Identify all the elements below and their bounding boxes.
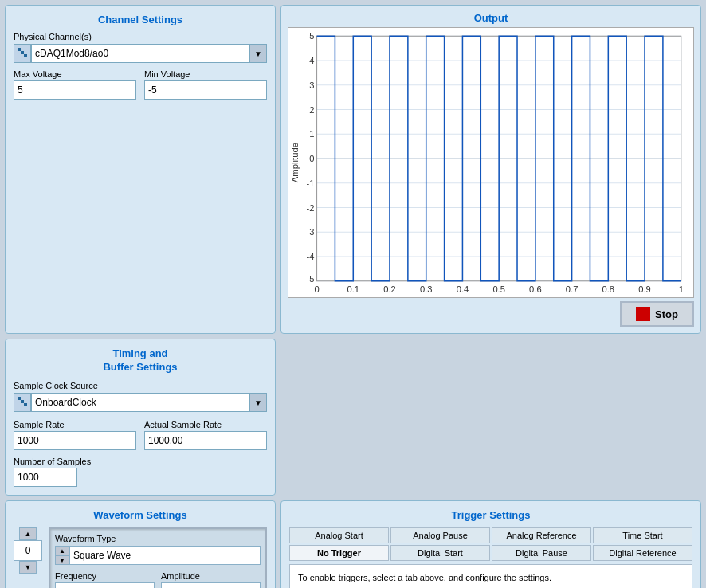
num-samples-label: Number of Samples [14, 457, 267, 466]
waveform-type-spinner: ▲ ▼ [55, 546, 69, 565]
amplitude-label: Amplitude [161, 571, 261, 581]
actual-sample-rate-label: Actual Sample Rate [144, 420, 267, 429]
tab-analog-pause[interactable]: Analog Pause [390, 527, 490, 543]
num-samples-group: Number of Samples [14, 457, 267, 487]
sample-rate-group: Sample Rate [14, 420, 136, 450]
spinner-up-btn[interactable]: ▲ [19, 527, 37, 540]
actual-sample-rate-group: Actual Sample Rate [144, 420, 267, 450]
tab-analog-reference[interactable]: Analog Reference [492, 527, 591, 543]
trigger-content: To enable triggers, select a tab above, … [289, 564, 692, 588]
sample-rate-label: Sample Rate [14, 420, 136, 429]
timing-title: Timing and Buffer Settings [14, 347, 267, 374]
output-title: Output [288, 12, 694, 24]
spinner-input[interactable] [14, 540, 42, 561]
min-voltage-input[interactable] [144, 80, 267, 100]
svg-text:5: 5 [309, 31, 314, 41]
physical-channel-dropdown-btn[interactable]: ▼ [249, 44, 267, 63]
physical-channel-input[interactable] [31, 44, 249, 63]
svg-text:4: 4 [309, 56, 314, 65]
sample-clock-dropdown-btn[interactable]: ▼ [249, 393, 267, 412]
svg-text:0.2: 0.2 [383, 284, 396, 294]
max-voltage-group: Max Voltage [14, 69, 136, 100]
svg-text:Time: Time [491, 296, 510, 297]
trigger-panel: Trigger Settings Analog Start Analog Pau… [280, 500, 701, 588]
svg-text:0.1: 0.1 [347, 284, 360, 294]
max-voltage-label: Max Voltage [14, 69, 136, 79]
output-panel: Output 5 4 3 2 1 0 -1 -2 -3 -4 -5 Amplit… [280, 5, 701, 334]
waveform-panel: Waveform Settings ▲ ▼ Waveform Type ▲ ▼ [5, 500, 276, 588]
svg-text:-1: -1 [307, 178, 315, 188]
freq-amp-fields: Frequency Amplitude [55, 571, 261, 588]
sample-rate-fields: Sample Rate Actual Sample Rate [14, 420, 267, 450]
physical-channel-row: ▼ [14, 44, 267, 63]
svg-rect-51 [18, 397, 21, 400]
waveform-title: Waveform Settings [14, 509, 267, 521]
trigger-tabs-row1: Analog Start Analog Pause Analog Referen… [289, 527, 692, 543]
actual-sample-rate-input[interactable] [144, 431, 267, 450]
tab-analog-start[interactable]: Analog Start [289, 527, 389, 543]
stop-icon [636, 307, 650, 321]
svg-text:Amplitude: Amplitude [290, 143, 300, 182]
clock-pin-icon [14, 393, 31, 412]
max-voltage-input[interactable] [14, 80, 136, 100]
svg-rect-3 [288, 28, 693, 297]
sample-clock-row: ▼ [14, 393, 267, 412]
channel-pin-icon [14, 44, 31, 63]
svg-text:1: 1 [309, 129, 314, 139]
app: Channel Settings Physical Channel(s) ▼ M… [0, 0, 706, 588]
svg-text:0.9: 0.9 [638, 284, 651, 294]
waveform-inner: Waveform Type ▲ ▼ Frequency [49, 527, 267, 588]
svg-text:3: 3 [309, 80, 314, 90]
bottom-row: Waveform Settings ▲ ▼ Waveform Type ▲ ▼ [5, 500, 701, 588]
output-chart: 5 4 3 2 1 0 -1 -2 -3 -4 -5 Amplitude [288, 28, 693, 297]
timing-panel: Timing and Buffer Settings Sample Clock … [5, 339, 276, 496]
svg-text:0.7: 0.7 [566, 284, 579, 294]
svg-text:0.8: 0.8 [602, 284, 615, 294]
min-voltage-label: Min Voltage [144, 69, 267, 79]
frequency-group: Frequency [55, 571, 155, 588]
svg-text:0.4: 0.4 [457, 284, 469, 294]
svg-rect-53 [24, 403, 27, 406]
svg-rect-1 [21, 51, 24, 54]
channel-settings-title: Channel Settings [14, 14, 267, 25]
chart-area: 5 4 3 2 1 0 -1 -2 -3 -4 -5 Amplitude [288, 27, 694, 298]
svg-rect-2 [24, 54, 27, 57]
amplitude-group: Amplitude [161, 571, 261, 588]
svg-text:0.6: 0.6 [529, 284, 542, 294]
num-samples-input[interactable] [14, 468, 77, 487]
sample-clock-label: Sample Clock Source [14, 381, 267, 390]
wave-type-up-btn[interactable]: ▲ [55, 546, 69, 555]
frequency-input[interactable] [55, 582, 155, 588]
tab-digital-pause[interactable]: Digital Pause [492, 545, 591, 561]
svg-text:0: 0 [314, 284, 319, 294]
waveform-type-row: ▲ ▼ [55, 546, 261, 565]
wave-type-down-btn[interactable]: ▼ [55, 555, 69, 565]
stop-row: Stop [288, 301, 694, 327]
waveform-spinner: ▲ ▼ [14, 527, 42, 574]
waveform-type-input[interactable] [69, 546, 261, 565]
tab-no-trigger[interactable]: No Trigger [289, 545, 389, 561]
waveform-type-label: Waveform Type [55, 534, 261, 543]
waveform-top-row: ▲ ▼ Waveform Type ▲ ▼ [14, 527, 267, 588]
svg-text:-2: -2 [307, 203, 315, 213]
sample-clock-input[interactable] [31, 393, 249, 412]
svg-text:0.5: 0.5 [492, 284, 505, 294]
svg-text:1: 1 [679, 284, 684, 294]
amplitude-input[interactable] [161, 582, 261, 588]
tab-digital-start[interactable]: Digital Start [390, 545, 490, 561]
trigger-title: Trigger Settings [289, 509, 692, 521]
channel-settings-panel: Channel Settings Physical Channel(s) ▼ M… [5, 5, 276, 334]
sample-rate-input[interactable] [14, 431, 136, 450]
svg-rect-0 [18, 48, 21, 51]
tab-time-start[interactable]: Time Start [593, 527, 692, 543]
physical-channel-label: Physical Channel(s) [14, 32, 267, 41]
frequency-label: Frequency [55, 571, 155, 581]
spinner-down-btn[interactable]: ▼ [19, 561, 37, 574]
svg-text:2: 2 [309, 105, 314, 115]
svg-text:-4: -4 [307, 252, 315, 261]
svg-text:0: 0 [309, 154, 314, 163]
svg-text:0.3: 0.3 [420, 284, 433, 294]
tab-digital-reference[interactable]: Digital Reference [593, 545, 692, 561]
svg-text:-3: -3 [307, 227, 315, 237]
stop-button[interactable]: Stop [620, 301, 694, 327]
